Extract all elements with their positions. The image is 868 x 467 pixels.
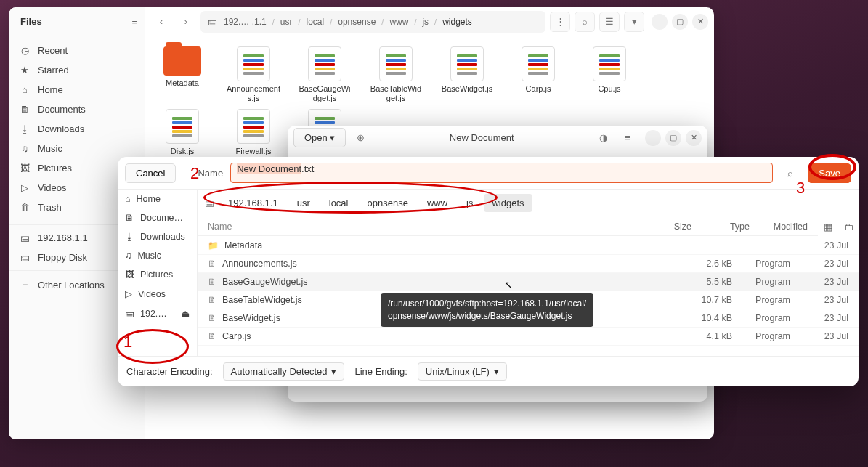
file-icon: 🗎 bbox=[208, 277, 216, 287]
file-icon: 🗎 bbox=[208, 259, 216, 269]
file-name: BaseGaugeWidget.js bbox=[222, 277, 307, 287]
file-tile[interactable]: BaseTableWidget.js bbox=[369, 46, 423, 103]
view-options-icon[interactable]: ▾ bbox=[624, 12, 644, 32]
doc-icon bbox=[308, 46, 341, 81]
search-icon[interactable]: ⌕ bbox=[575, 12, 595, 32]
file-modified: 23 Jul bbox=[790, 259, 848, 269]
list-view-icon[interactable]: ☰ bbox=[599, 12, 620, 32]
eject-icon[interactable]: ⏏ bbox=[181, 308, 190, 319]
doc-icon bbox=[166, 109, 199, 144]
place-label: Downloads bbox=[140, 232, 185, 242]
new-tab-button[interactable]: ⊕ bbox=[350, 128, 370, 148]
doc-icon bbox=[237, 109, 270, 144]
file-tile[interactable]: Carp.js bbox=[511, 46, 565, 103]
file-type: Program bbox=[732, 295, 790, 305]
breadcrumb-segment[interactable]: www bbox=[419, 194, 455, 212]
kebab-menu-icon[interactable]: ⋮ bbox=[550, 12, 570, 32]
sidebar-item-recent[interactable]: ◷Recent bbox=[9, 41, 145, 60]
file-icon: 📁 bbox=[208, 240, 219, 251]
file-row[interactable]: 📁Metadata23 Jul bbox=[198, 237, 859, 255]
file-name: Announcements.js bbox=[222, 259, 297, 269]
search-icon[interactable]: ⌕ bbox=[780, 163, 800, 183]
breadcrumb[interactable]: 🖴 192.… .1.1/usr/local/opnsense/www/js/w… bbox=[200, 11, 545, 33]
file-row[interactable]: 🗎BaseGaugeWidget.js5.5 kBProgram23 Jul bbox=[198, 273, 859, 291]
place-item[interactable]: 🖼Pictures bbox=[118, 265, 197, 284]
breadcrumb-segment[interactable]: opnsense bbox=[360, 194, 416, 212]
place-label: Music bbox=[137, 251, 161, 261]
sidebar-item-documents[interactable]: 🗎Documents bbox=[9, 100, 145, 119]
place-item[interactable]: 🗎Docume… bbox=[118, 208, 197, 227]
grid-view-icon[interactable]: ▦ bbox=[818, 216, 838, 237]
place-icon: ▷ bbox=[125, 288, 132, 299]
sidebar-item-label: Trash bbox=[38, 202, 62, 213]
sidebar-item-starred[interactable]: ★Starred bbox=[9, 60, 145, 80]
save-button[interactable]: Save bbox=[808, 163, 851, 183]
breadcrumb-segment[interactable]: 192.168.1.1 bbox=[220, 194, 286, 212]
breadcrumb-segment[interactable]: widgets bbox=[439, 15, 475, 28]
new-folder-icon[interactable]: 🗀 bbox=[838, 216, 859, 237]
encoding-dropdown[interactable]: Automatically Detected▾ bbox=[223, 362, 345, 381]
file-tile[interactable]: Disk.js bbox=[155, 109, 209, 156]
sidebar-menu-icon[interactable]: ≡ bbox=[131, 16, 137, 27]
breadcrumb-segment[interactable]: 192.… .1.1 bbox=[221, 15, 269, 28]
place-item[interactable]: ♫Music bbox=[118, 246, 197, 265]
breadcrumb-segment[interactable]: www bbox=[386, 15, 411, 28]
hamburger-menu-icon[interactable]: ≡ bbox=[617, 128, 638, 148]
col-name[interactable]: Name bbox=[208, 222, 633, 232]
sidebar-item-label: Pictures bbox=[38, 163, 72, 174]
file-row[interactable]: 🗎Carp.js4.1 kBProgram23 Jul bbox=[198, 328, 859, 346]
file-icon: 🗎 bbox=[208, 313, 216, 323]
lineending-dropdown[interactable]: Unix/Linux (LF)▾ bbox=[418, 362, 507, 381]
col-modified[interactable]: Modified bbox=[750, 222, 808, 232]
file-label: BaseWidget.js bbox=[442, 84, 492, 94]
nav-icon: ▷ bbox=[19, 182, 31, 193]
tooltip: /run/user/1000/gvfs/sftp:host=192.168.1.… bbox=[381, 293, 593, 327]
back-button[interactable]: ‹ bbox=[151, 12, 171, 32]
place-item[interactable]: 🖴192.…⏏ bbox=[118, 304, 197, 323]
maximize-button[interactable]: ▢ bbox=[672, 14, 688, 30]
maximize-button[interactable]: ▢ bbox=[665, 130, 681, 146]
file-tile[interactable]: Announcements.js bbox=[227, 46, 280, 103]
breadcrumb-segment[interactable]: js bbox=[419, 15, 431, 28]
file-modified: 23 Jul bbox=[790, 277, 848, 287]
file-tile[interactable]: BaseGaugeWidget.js bbox=[298, 46, 352, 103]
place-item[interactable]: ⭳Downloads bbox=[118, 227, 197, 246]
breadcrumb-segment[interactable]: local bbox=[321, 194, 357, 212]
forward-button[interactable]: › bbox=[176, 12, 196, 32]
breadcrumb-segment[interactable]: opnsense bbox=[335, 15, 378, 28]
sidebar-item-home[interactable]: ⌂Home bbox=[9, 80, 145, 100]
nav-icon: ⌂ bbox=[19, 84, 31, 95]
place-icon: ⌂ bbox=[125, 194, 131, 204]
sidebar-item-label: 192.168.1.1 bbox=[38, 232, 88, 243]
breadcrumb-segment[interactable]: widgets bbox=[484, 194, 532, 212]
save-shortcut-button[interactable]: ◑ bbox=[593, 128, 613, 148]
drive-icon: 🖴 bbox=[205, 198, 214, 208]
breadcrumb-segment[interactable]: js bbox=[458, 194, 481, 212]
files-header: ‹ › 🖴 192.… .1.1/usr/local/opnsense/www/… bbox=[145, 7, 714, 36]
place-item[interactable]: ⌂Home bbox=[118, 190, 197, 208]
file-row[interactable]: 🗎Announcements.js2.6 kBProgram23 Jul bbox=[198, 255, 859, 273]
sidebar-item-downloads[interactable]: ⭳Downloads bbox=[9, 119, 145, 139]
sidebar-item-music[interactable]: ♫Music bbox=[9, 139, 145, 158]
file-tile[interactable]: Cpu.js bbox=[583, 46, 636, 103]
col-type[interactable]: Type bbox=[691, 222, 750, 232]
breadcrumb-segment[interactable]: usr bbox=[289, 194, 318, 212]
filename-input[interactable]: New Document.txt bbox=[230, 163, 773, 183]
file-tile[interactable]: BaseWidget.js bbox=[440, 46, 494, 103]
breadcrumb-segment[interactable]: local bbox=[304, 15, 328, 28]
nav-icon: 🗑 bbox=[19, 202, 31, 213]
file-size: 5.5 kB bbox=[674, 277, 732, 287]
col-size[interactable]: Size bbox=[633, 222, 691, 232]
open-button[interactable]: Open ▾ bbox=[293, 128, 346, 147]
cancel-button[interactable]: Cancel bbox=[125, 163, 176, 183]
minimize-button[interactable]: – bbox=[645, 130, 661, 146]
close-button[interactable]: ✕ bbox=[686, 130, 702, 146]
close-button[interactable]: ✕ bbox=[692, 14, 708, 30]
minimize-button[interactable]: – bbox=[652, 14, 668, 30]
place-item[interactable]: ▷Videos bbox=[118, 284, 197, 304]
file-name: BaseTableWidget.js bbox=[222, 295, 302, 305]
file-tile[interactable]: Metadata bbox=[155, 46, 209, 103]
file-tile[interactable]: Firewall.js bbox=[227, 109, 280, 156]
breadcrumb-segment[interactable]: usr bbox=[277, 15, 296, 28]
file-modified: 23 Jul bbox=[790, 313, 848, 323]
